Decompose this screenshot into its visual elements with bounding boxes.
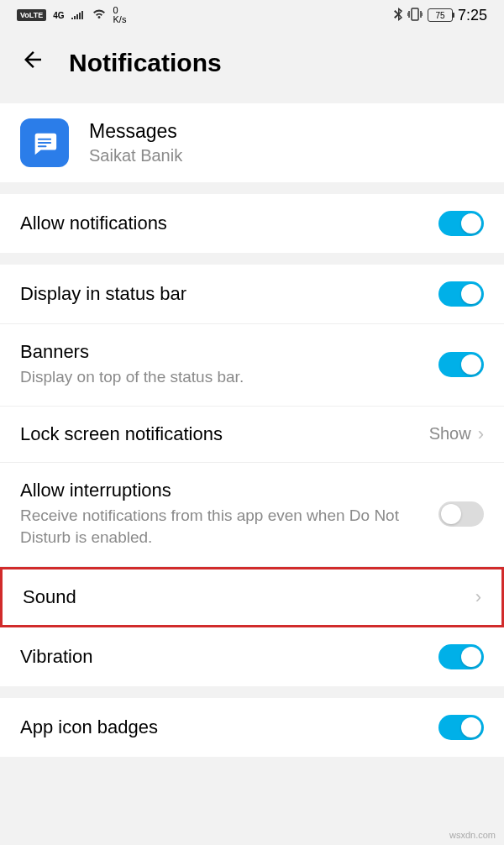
- lock-screen-row[interactable]: Lock screen notifications Show ›: [0, 407, 504, 463]
- volte-indicator: VoLTE: [17, 9, 46, 21]
- sound-label: Sound: [23, 586, 475, 608]
- back-arrow-icon[interactable]: [20, 47, 45, 78]
- battery-icon: 75: [428, 8, 453, 22]
- allow-notifications-toggle[interactable]: [438, 211, 484, 236]
- lock-screen-label: Lock screen notifications: [20, 423, 429, 445]
- status-bar: VoLTE 4G 0 K/s 75 7:25: [0, 0, 504, 30]
- banners-toggle[interactable]: [438, 352, 484, 377]
- allow-interruptions-desc: Receive notifications from this app even…: [20, 505, 438, 549]
- network-gen: 4G: [53, 11, 64, 20]
- network-speed: 0 K/s: [113, 6, 127, 24]
- banners-row[interactable]: Banners Display on top of the status bar…: [0, 324, 504, 407]
- vibrate-icon: [407, 8, 423, 24]
- watermark: wsxdn.com: [449, 830, 496, 840]
- sound-row[interactable]: Sound ›: [0, 567, 504, 627]
- banners-desc: Display on top of the status bar.: [20, 366, 438, 389]
- app-subtitle: Saikat Banik: [89, 146, 182, 165]
- app-icon-badges-row[interactable]: App icon badges: [0, 698, 504, 757]
- chevron-right-icon: ›: [478, 423, 484, 445]
- header: Notifications: [0, 30, 504, 103]
- app-info-section: Messages Saikat Banik: [0, 103, 504, 182]
- vibration-label: Vibration: [20, 646, 438, 668]
- app-name: Messages: [89, 120, 182, 143]
- allow-interruptions-row[interactable]: Allow interruptions Receive notification…: [0, 463, 504, 567]
- chevron-right-icon: ›: [475, 586, 481, 608]
- app-info-text: Messages Saikat Banik: [89, 120, 182, 165]
- app-icon-badges-toggle[interactable]: [438, 715, 484, 740]
- clock: 7:25: [458, 7, 487, 24]
- allow-notifications-label: Allow notifications: [20, 213, 438, 234]
- status-left: VoLTE 4G 0 K/s: [17, 6, 126, 24]
- vibration-row[interactable]: Vibration: [0, 627, 504, 686]
- allow-interruptions-label: Allow interruptions: [20, 480, 438, 501]
- wifi-icon: [92, 8, 107, 23]
- allow-interruptions-toggle[interactable]: [438, 501, 484, 527]
- vibration-toggle[interactable]: [438, 644, 484, 669]
- page-title: Notifications: [69, 49, 222, 77]
- banners-label: Banners: [20, 341, 438, 363]
- display-status-bar-label: Display in status bar: [20, 283, 438, 305]
- lock-screen-value: Show: [429, 424, 471, 443]
- display-status-bar-toggle[interactable]: [438, 281, 484, 307]
- bluetooth-icon: [394, 8, 402, 24]
- status-right: 75 7:25: [394, 7, 487, 24]
- signal-icon: [71, 8, 85, 22]
- svg-rect-0: [412, 8, 418, 20]
- app-icon-badges-label: App icon badges: [20, 716, 438, 738]
- messages-app-icon: [20, 118, 69, 167]
- allow-notifications-row[interactable]: Allow notifications: [0, 194, 504, 253]
- display-status-bar-row[interactable]: Display in status bar: [0, 265, 504, 324]
